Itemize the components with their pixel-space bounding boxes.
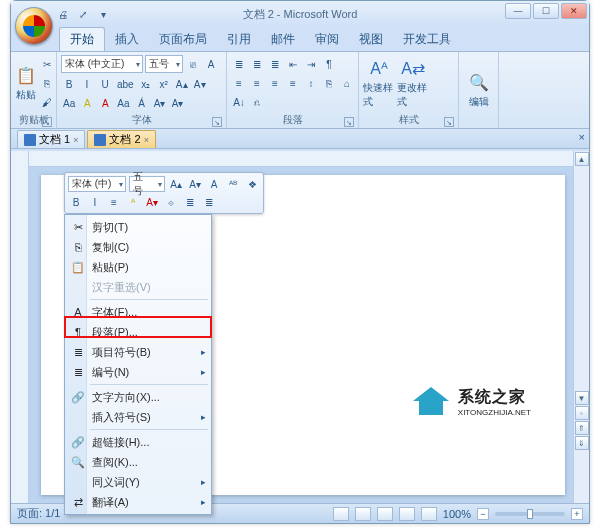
- doc-tab-1-close[interactable]: ×: [73, 135, 78, 145]
- font-size-combo[interactable]: 五号: [145, 55, 183, 73]
- qat-dropdown[interactable]: ▾: [95, 6, 111, 22]
- vertical-ruler[interactable]: [11, 151, 29, 503]
- vertical-scrollbar[interactable]: ▲ ▼ ◦ ⇑ ⇓: [573, 151, 589, 503]
- mini-phonetic[interactable]: ᴬᴮ: [225, 176, 241, 192]
- mini-format-painter[interactable]: ❖: [244, 176, 260, 192]
- phonetic-button[interactable]: Á: [133, 95, 149, 111]
- qat-print[interactable]: 🖨: [55, 6, 71, 22]
- zoom-thumb[interactable]: [527, 509, 533, 519]
- change-styles-button[interactable]: A⇄ 更改样式: [397, 54, 429, 112]
- clipboard-launcher[interactable]: ↘: [42, 117, 52, 127]
- editing-button[interactable]: 🔍 编辑: [463, 54, 494, 126]
- tab-home[interactable]: 开始: [59, 27, 105, 51]
- view-print-layout[interactable]: [333, 507, 349, 521]
- align-right-button[interactable]: ≡: [267, 75, 283, 91]
- highlight-button[interactable]: A: [79, 95, 95, 111]
- para-extra-button[interactable]: ⎌: [249, 94, 265, 110]
- mini-font-family[interactable]: 宋体 (中): [68, 176, 126, 192]
- cut-button[interactable]: ✂: [39, 56, 55, 72]
- menu-item-8[interactable]: ≣编号(N)▸: [66, 362, 210, 382]
- mini-grow-font[interactable]: A▴: [168, 176, 184, 192]
- justify-button[interactable]: ≡: [285, 75, 301, 91]
- format-painter-button[interactable]: 🖌: [39, 94, 55, 110]
- copy-button[interactable]: ⎘: [39, 75, 55, 91]
- dec-indent-button[interactable]: ⇤: [285, 56, 301, 72]
- menu-item-7[interactable]: ≣项目符号(B)▸: [66, 342, 210, 362]
- mini-font-size[interactable]: 五号: [129, 176, 165, 192]
- font-family-combo[interactable]: 宋体 (中文正): [61, 55, 143, 73]
- char-border-button[interactable]: A▾: [151, 95, 167, 111]
- tab-layout[interactable]: 页面布局: [149, 28, 217, 51]
- mini-shrink-font[interactable]: A▾: [187, 176, 203, 192]
- align-left-button[interactable]: ≡: [231, 75, 247, 91]
- zoom-in-button[interactable]: +: [571, 508, 583, 520]
- bold-button[interactable]: B: [61, 76, 77, 92]
- zoom-out-button[interactable]: −: [477, 508, 489, 520]
- align-center-button[interactable]: ≡: [249, 75, 265, 91]
- menu-item-1[interactable]: ⎘复制(C): [66, 237, 210, 257]
- view-web[interactable]: [377, 507, 393, 521]
- shrink-font-button[interactable]: A▾: [192, 76, 208, 92]
- quick-styles-button[interactable]: Aᴬ 快速样式: [363, 54, 395, 112]
- subscript-button[interactable]: x₂: [138, 76, 154, 92]
- bullets-button[interactable]: ≣: [231, 56, 247, 72]
- menu-item-11[interactable]: 插入符号(S)▸: [66, 407, 210, 427]
- underline-button[interactable]: U: [97, 76, 113, 92]
- font-color-button[interactable]: A: [97, 95, 113, 111]
- doc-tab-2[interactable]: 文档 2×: [87, 130, 155, 148]
- italic-button[interactable]: I: [79, 76, 95, 92]
- prev-page-button[interactable]: ⇑: [575, 421, 589, 435]
- horizontal-ruler[interactable]: [29, 151, 573, 167]
- shading-button[interactable]: ⎘: [321, 75, 337, 91]
- browse-object-button[interactable]: ◦: [575, 406, 589, 420]
- line-spacing-button[interactable]: ↕: [303, 75, 319, 91]
- tab-mail[interactable]: 邮件: [261, 28, 305, 51]
- para-launcher[interactable]: ↘: [344, 117, 354, 127]
- grow-font-button[interactable]: A▴: [174, 76, 190, 92]
- borders-button[interactable]: ⌂: [339, 75, 355, 91]
- mini-dec-indent[interactable]: ⟐: [163, 194, 179, 210]
- numbering-button[interactable]: ≣: [249, 56, 265, 72]
- char-shading-button[interactable]: Aa: [115, 95, 131, 111]
- tab-insert[interactable]: 插入: [105, 28, 149, 51]
- menu-item-10[interactable]: 🔗文字方向(X)...: [66, 387, 210, 407]
- superscript-button[interactable]: x²: [156, 76, 172, 92]
- styles-launcher[interactable]: ↘: [444, 117, 454, 127]
- office-button[interactable]: [15, 7, 53, 45]
- menu-item-14[interactable]: 🔍查阅(K)...: [66, 452, 210, 472]
- zoom-value[interactable]: 100%: [443, 508, 471, 520]
- next-page-button[interactable]: ⇓: [575, 436, 589, 450]
- view-outline[interactable]: [399, 507, 415, 521]
- mini-italic[interactable]: I: [87, 194, 103, 210]
- scroll-down-button[interactable]: ▼: [575, 391, 589, 405]
- view-draft[interactable]: [421, 507, 437, 521]
- paste-button[interactable]: 📋 粘贴: [15, 54, 37, 112]
- qat-extra[interactable]: ⤢: [75, 6, 91, 22]
- tab-view[interactable]: 视图: [349, 28, 393, 51]
- menu-item-13[interactable]: 🔗超链接(H)...: [66, 432, 210, 452]
- menu-item-15[interactable]: 同义词(Y)▸: [66, 472, 210, 492]
- clear-format-button[interactable]: ⎚: [185, 56, 201, 72]
- menu-item-6[interactable]: ¶段落(P)...: [66, 322, 210, 342]
- doc-tab-1[interactable]: 文档 1×: [17, 130, 85, 148]
- zoom-slider[interactable]: [495, 512, 565, 516]
- mini-bullets[interactable]: ≣: [182, 194, 198, 210]
- menu-item-2[interactable]: 📋粘贴(P): [66, 257, 210, 277]
- sort-button[interactable]: A↓: [231, 94, 247, 110]
- mini-numbering[interactable]: ≣: [201, 194, 217, 210]
- mini-center[interactable]: ≡: [106, 194, 122, 210]
- show-marks-button[interactable]: ¶: [321, 56, 337, 72]
- maximize-button[interactable]: ☐: [533, 3, 559, 19]
- menu-item-0[interactable]: ✂剪切(T): [66, 217, 210, 237]
- tab-review[interactable]: 审阅: [305, 28, 349, 51]
- mini-bold[interactable]: B: [68, 194, 84, 210]
- tab-references[interactable]: 引用: [217, 28, 261, 51]
- doctabs-close[interactable]: ×: [579, 131, 585, 143]
- font-style-A-button[interactable]: A: [203, 56, 219, 72]
- tab-developer[interactable]: 开发工具: [393, 28, 461, 51]
- menu-item-5[interactable]: A字体(F)...: [66, 302, 210, 322]
- minimize-button[interactable]: —: [505, 3, 531, 19]
- close-button[interactable]: ✕: [561, 3, 587, 19]
- doc-tab-2-close[interactable]: ×: [144, 135, 149, 145]
- page-indicator[interactable]: 页面: 1/1: [17, 506, 60, 521]
